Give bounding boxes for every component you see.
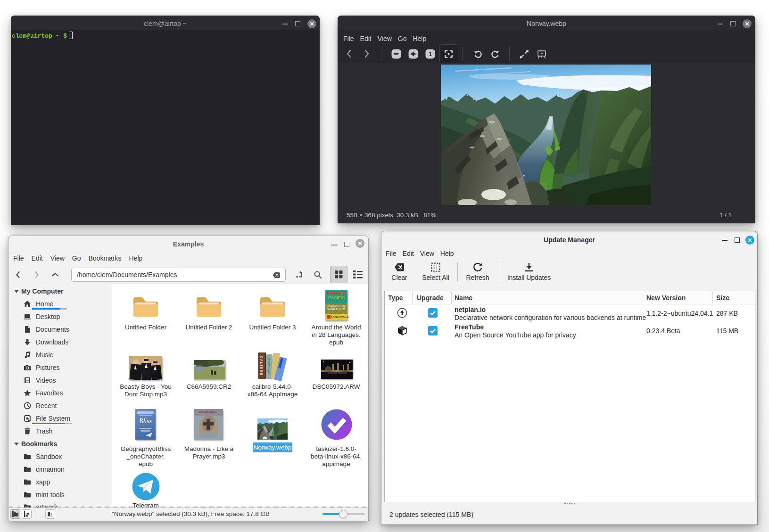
- svg-text:1: 1: [429, 50, 432, 57]
